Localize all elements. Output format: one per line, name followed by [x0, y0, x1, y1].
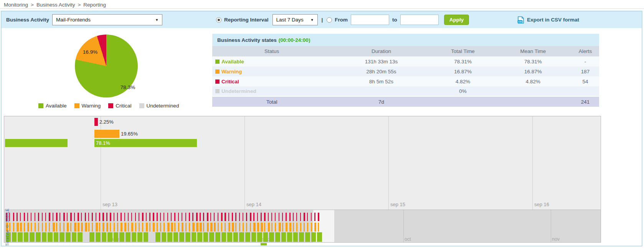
alerts-cell: 54: [571, 76, 599, 86]
timeline-day-label: sep 14: [246, 202, 261, 207]
timeline-event-tick-critical: [221, 213, 223, 221]
timeline-event-tick-warning: [253, 223, 256, 231]
timeline-event-tick-critical: [196, 213, 198, 221]
breadcrumb-item-reporting[interactable]: Reporting: [83, 2, 106, 8]
timeline-overview-band[interactable]: augsepoctnov: [4, 210, 601, 243]
from-label: From: [335, 17, 348, 23]
timeline-event-tick-critical: [261, 213, 262, 221]
timeline-event-tick-warning: [207, 223, 209, 231]
column-header-status: Status: [212, 46, 331, 56]
timeline-event-tick-warning: [264, 223, 265, 231]
timeline-event-tick-warning: [268, 223, 270, 231]
timeline-event-tick-warning: [13, 223, 14, 231]
timeline-event-tick-warning: [117, 223, 118, 231]
timeline-day-gridline: [388, 116, 389, 210]
timeline-event-tick-warning: [74, 223, 76, 231]
timeline-event-tick-warning: [59, 223, 61, 231]
timeline-event-tick-warning: [106, 223, 108, 231]
timeline-event-tick-critical: [171, 213, 172, 221]
timeline-event-tick-warning: [56, 223, 57, 231]
legend-label: Critical: [116, 103, 131, 109]
timeline-event-tick-available: [30, 232, 35, 242]
timeline-event-tick-warning: [210, 223, 213, 231]
status-cell: Critical: [212, 76, 331, 86]
timeline-event-tick-warning: [92, 223, 93, 231]
timeline-event-tick-critical: [257, 213, 258, 221]
timeline-event-tick-critical: [203, 213, 204, 221]
timeline-event-tick-warning: [153, 223, 155, 231]
states-table-body: Available131h 33m 13s78.31%78.31%-Warnin…: [212, 56, 599, 96]
timeline-event-tick-warning: [289, 223, 291, 231]
timeline-event-tick-warning: [271, 223, 272, 231]
timeline-event-tick-critical: [214, 213, 215, 221]
breadcrumb-item-monitoring[interactable]: Monitoring: [4, 2, 28, 8]
apply-button[interactable]: Apply: [444, 15, 469, 25]
custom-period-radio[interactable]: [327, 17, 332, 23]
timeline-event-tick-critical: [268, 213, 269, 221]
timeline-event-tick-critical: [31, 213, 31, 221]
timeline-event-tick-critical: [102, 213, 104, 221]
timeline-event-tick-warning: [99, 223, 100, 231]
timeline-event-tick-warning: [246, 223, 247, 231]
timeline-event-tick-critical: [56, 213, 58, 221]
timeline-event-tick-critical: [117, 213, 118, 221]
timeline-event-tick-warning: [42, 223, 43, 231]
timeline-event-tick-critical: [49, 213, 50, 221]
reporting-interval-select[interactable]: Last 7 Days ▼: [272, 14, 318, 25]
timeline-event-tick-available: [263, 232, 268, 242]
timeline-event-tick-critical: [139, 213, 139, 221]
breadcrumb-item-business-activity[interactable]: Business Activity: [36, 2, 75, 8]
timeline-event-tick-critical: [142, 213, 144, 221]
timeline-event-tick-critical: [178, 213, 179, 221]
timeline-event-tick-warning: [275, 223, 276, 231]
legend-swatch-available: [38, 103, 43, 108]
timeline-event-tick-available: [18, 232, 23, 242]
timeline-event-tick-critical: [293, 213, 294, 221]
status-cell: Undetermined: [212, 86, 331, 96]
timeline-event-tick-available: [167, 232, 172, 242]
timeline-event-tick-warning: [53, 223, 55, 231]
table-row: Undetermined0%: [212, 86, 599, 96]
csv-icon: csv: [517, 16, 525, 24]
export-csv-link[interactable]: csv Export in CSV format: [517, 16, 579, 24]
timeline-event-tick-available: [24, 232, 29, 242]
reporting-interval-label: Reporting Interval: [224, 17, 269, 23]
timeline-event-tick-warning: [114, 223, 115, 231]
timeline-event-tick-warning: [243, 223, 244, 231]
from-date-input[interactable]: [351, 15, 389, 25]
status-swatch: [215, 60, 220, 64]
timeline-event-tick-warning: [121, 223, 122, 231]
to-date-input[interactable]: [400, 15, 439, 25]
timeline-event-tick-warning: [88, 223, 89, 231]
timeline-bar-value: 19.65%: [121, 130, 138, 138]
timeline-event-tick-warning: [304, 223, 305, 231]
timeline-event-tick-critical: [185, 213, 186, 221]
timeline-event-tick-critical: [246, 213, 247, 221]
timeline-event-tick-critical: [70, 213, 72, 221]
alerts-cell: 187: [571, 66, 599, 76]
timeline-viewport-highlight[interactable]: [313, 210, 334, 242]
business-activity-select[interactable]: Mail-Frontends ▼: [52, 14, 162, 25]
timeline-event-tick-critical: [300, 213, 301, 221]
timeline-event-tick-critical: [20, 213, 21, 221]
timeline-bar-critical[interactable]: [94, 118, 98, 126]
reporting-interval-radio[interactable]: [216, 17, 221, 23]
timeline-event-tick-available: [144, 232, 149, 242]
timeline-event-tick-available: [125, 232, 130, 242]
timeline-bar-warning[interactable]: [94, 130, 119, 138]
timeline-event-tick-available: [155, 232, 160, 242]
status-swatch: [215, 69, 220, 74]
timeline-event-tick-warning: [102, 223, 104, 231]
states-table-time-range: (00:00-24:00): [279, 37, 310, 43]
timeline-event-tick-critical: [289, 213, 291, 221]
toolbar: Business Activity Mail-Frontends ▼ Repor…: [2, 12, 642, 28]
timeline-event-tick-available: [48, 232, 53, 242]
timeline-event-tick-warning: [203, 223, 204, 231]
timeline-event-tick-warning: [250, 223, 251, 231]
timeline-event-tick-critical: [53, 213, 53, 221]
timeline-event-tick-critical: [92, 213, 93, 221]
timeline-bar-available[interactable]: [5, 139, 68, 147]
timeline-event-tick-warning: [20, 223, 22, 231]
timeline-main-band[interactable]: sep 13sep 14sep 15sep 162.25%19.65%78.1%: [4, 116, 601, 210]
alerts-cell: [571, 86, 599, 96]
